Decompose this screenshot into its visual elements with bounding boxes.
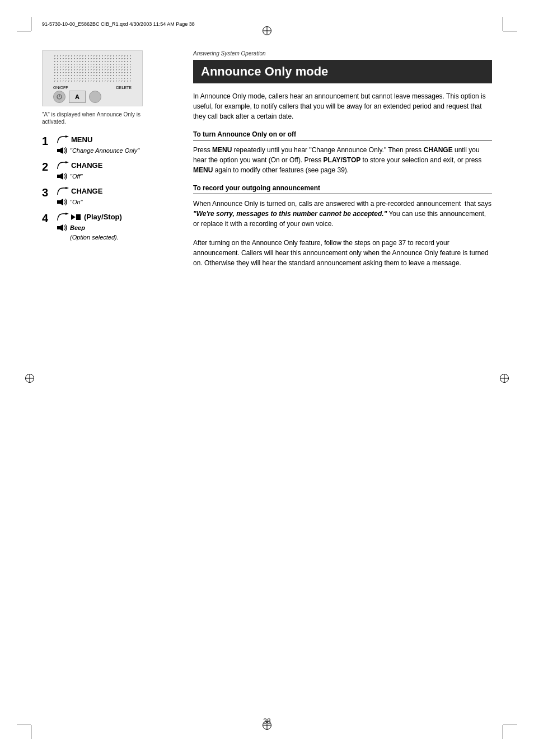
crop-mark (503, 725, 517, 725)
step-4-label: (Play/Stop) (84, 213, 122, 222)
arrow-icon-2 (57, 161, 69, 170)
svg-marker-10 (60, 199, 63, 205)
step-number-1: 1 (42, 135, 53, 147)
svg-marker-13 (60, 224, 63, 231)
page-content: ON/OFF DELETE A "A" is displayed when An… (42, 50, 492, 706)
step-number-4: 4 (42, 213, 53, 224)
crop-mark (17, 725, 31, 725)
section-title: Announce Only mode (201, 64, 484, 79)
section-intro: In Announce Only mode, callers hear an a… (193, 91, 492, 121)
speaker-icon-1 (57, 147, 68, 154)
step-2-content: CHANGE "Off" (57, 161, 102, 180)
step-1-label: MENU (71, 135, 92, 144)
device-panel: ON/OFF DELETE A (43, 51, 142, 106)
registration-mark (25, 374, 34, 383)
step-4: 4 (Play/Stop) (42, 213, 176, 241)
subsection-2-body-2: After turning on the Announce Only featu… (193, 238, 492, 268)
step-3: 3 CHANGE (42, 187, 176, 206)
header-metadata: 91-5730-10-00_E5862BC CIB_R1.qxd 4/30/20… (42, 21, 195, 27)
step-2-label: CHANGE (71, 161, 102, 170)
step-number-3: 3 (42, 187, 53, 198)
svg-rect-3 (57, 149, 60, 152)
arrow-icon-4 (57, 213, 69, 222)
step-number-2: 2 (42, 161, 53, 172)
subsection-2-body-1: When Announce Only is turned on, calls a… (193, 199, 492, 229)
subsection-2-title: To record your outgoing announcement (193, 184, 492, 194)
section-title-box: Announce Only mode (193, 60, 492, 83)
subsection-1-body: Press MENU repeatedly until you hear "Ch… (193, 145, 492, 175)
step-2-audio-text: "Off" (70, 173, 82, 180)
step-1-audio: "Change Announce Only" (57, 147, 139, 154)
change-bold: CHANGE (424, 146, 453, 154)
quoted-message: "We're sorry, messages to this number ca… (193, 210, 387, 218)
step-3-label: CHANGE (71, 187, 102, 196)
step-3-audio: "On" (57, 198, 102, 206)
svg-rect-9 (57, 200, 60, 204)
crop-mark (503, 31, 517, 31)
onoff-button (53, 91, 65, 103)
arrow-icon-1 (57, 135, 69, 144)
svg-rect-12 (57, 226, 60, 229)
page-number: 38 (263, 717, 270, 725)
speaker-icon-3 (57, 198, 68, 206)
step-3-audio-text: "On" (70, 199, 82, 205)
subsection-1: To turn Announce Only on or off Press ME… (193, 130, 492, 175)
svg-marker-4 (60, 147, 63, 154)
registration-mark (263, 26, 271, 35)
a-display: A (69, 91, 86, 103)
device-controls: A (53, 91, 132, 103)
svg-marker-7 (60, 173, 63, 180)
menu-bold-2: MENU (193, 166, 213, 174)
step-2-audio: "Off" (57, 172, 102, 180)
crop-mark (503, 17, 503, 31)
right-column: Answering System Operation Announce Only… (193, 50, 492, 706)
crop-mark (31, 17, 31, 31)
svg-marker-8 (65, 187, 69, 189)
speaker-icon-2 (57, 172, 68, 180)
onoff-label: ON/OFF (53, 86, 68, 90)
playstop-bold: PLAY/STOP (324, 156, 361, 164)
step-4-content: (Play/Stop) Beep (Option selected). (57, 213, 122, 241)
step-1-content: MENU "Change Announce Only" (57, 135, 139, 154)
device-dot-grid (53, 54, 132, 82)
subsection-2: To record your outgoing announcement Whe… (193, 184, 492, 268)
subsection-1-title: To turn Announce Only on or off (193, 130, 492, 140)
crop-mark (503, 725, 503, 739)
svg-marker-11 (65, 213, 69, 215)
image-caption: "A" is displayed when Announce Only is a… (42, 111, 160, 125)
step-4-audio-text-2: (Option selected). (70, 234, 119, 241)
svg-marker-2 (65, 135, 69, 138)
stop-square (76, 214, 81, 220)
crop-mark (17, 31, 31, 31)
svg-rect-6 (57, 175, 60, 178)
step-2: 2 CHANGE (42, 161, 176, 180)
left-column: ON/OFF DELETE A "A" is displayed when An… (42, 50, 176, 706)
step-1: 1 MENU (42, 135, 176, 154)
step-4-audio: Beep (57, 224, 122, 232)
play-triangle (71, 214, 76, 220)
device-label-row: ON/OFF DELETE (53, 86, 132, 90)
speaker-icon-4 (57, 224, 68, 232)
step-1-audio-text: "Change Announce Only" (70, 147, 139, 154)
device-image: ON/OFF DELETE A (42, 50, 143, 106)
delete-label: DELETE (116, 86, 132, 90)
delete-button (89, 91, 101, 103)
step-3-content: CHANGE "On" (57, 187, 102, 206)
svg-marker-5 (65, 161, 69, 163)
step-4-audio-text-1: Beep (70, 224, 85, 231)
menu-bold-1: MENU (212, 146, 232, 154)
play-stop-icon (71, 214, 81, 220)
crop-mark (31, 725, 31, 739)
arrow-icon-3 (57, 187, 69, 196)
section-category: Answering System Operation (193, 50, 492, 57)
registration-mark (500, 374, 509, 383)
